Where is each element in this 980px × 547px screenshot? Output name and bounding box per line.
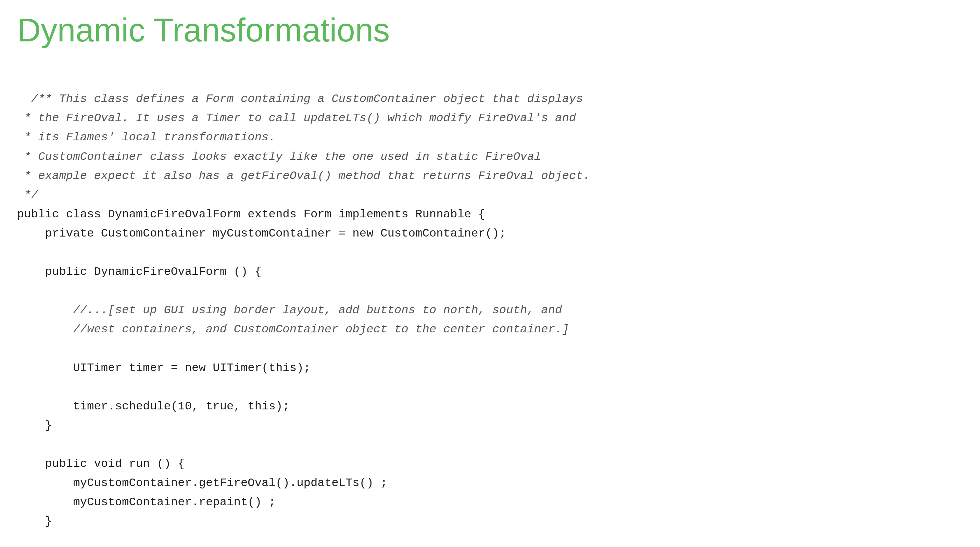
constructor-header: public DynamicFireOvalForm () { [17,265,262,278]
blank-line-4 [17,381,24,394]
close-run: } [17,515,52,528]
inline-comment-1: //...[set up GUI using border layout, ad… [17,304,562,316]
update-line: myCustomContainer.getFireOval().updateLT… [17,477,387,490]
comment-line-4: * CustomContainer class looks exactly li… [17,150,541,163]
close-constructor: } [17,419,52,432]
blank-line-1 [17,246,24,259]
comment-line-2: * the FireOval. It uses a Timer to call … [17,111,576,125]
inline-comment-2: //west containers, and CustomContainer o… [17,323,569,336]
repaint-line: myCustomContainer.repaint() ; [17,496,276,509]
comment-line-6: */ [17,189,38,202]
field-declaration: private CustomContainer myCustomContaine… [17,227,506,240]
code-block: /** This class defines a Form containing… [17,70,963,531]
blank-line-5 [17,438,24,451]
comment-line-3: * its Flames' local transformations. [17,131,276,144]
schedule-line: timer.schedule(10, true, this); [17,400,290,413]
class-declaration: public class DynamicFireOvalForm extends… [17,208,485,221]
comment-line-5: * example expect it also has a getFireOv… [17,169,590,183]
comment-line-1: /** This class defines a Form containing… [31,92,583,105]
blank-line-2 [17,285,24,297]
page-title: Dynamic Transformations [17,10,963,49]
uitimer-line: UITimer timer = new UITimer(this); [17,361,310,374]
blank-line-3 [17,342,24,355]
run-header: public void run () { [17,457,185,470]
